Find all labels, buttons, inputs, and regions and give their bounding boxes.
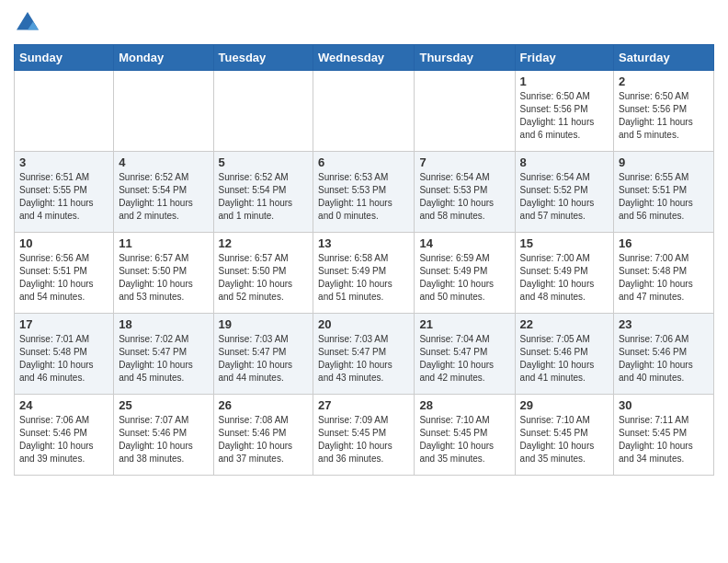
day-number: 8 [520,155,609,169]
day-info: Sunrise: 6:54 AM Sunset: 5:52 PM Dayligh… [520,171,609,223]
calendar-week-row: 10Sunrise: 6:56 AM Sunset: 5:51 PM Dayli… [15,233,714,314]
day-number: 15 [520,236,609,250]
day-info: Sunrise: 6:53 AM Sunset: 5:53 PM Dayligh… [318,171,409,223]
day-number: 21 [419,317,509,331]
day-info: Sunrise: 6:55 AM Sunset: 5:51 PM Dayligh… [619,171,709,223]
calendar-day: 21Sunrise: 7:04 AM Sunset: 5:47 PM Dayli… [415,314,515,395]
calendar-day: 14Sunrise: 6:59 AM Sunset: 5:49 PM Dayli… [415,233,515,314]
day-info: Sunrise: 7:07 AM Sunset: 5:46 PM Dayligh… [119,414,208,465]
day-number: 19 [219,317,309,331]
day-number: 12 [219,236,309,250]
weekday-header-saturday: Saturday [614,45,714,71]
day-info: Sunrise: 7:00 AM Sunset: 5:48 PM Dayligh… [619,252,709,304]
day-info: Sunrise: 6:57 AM Sunset: 5:50 PM Dayligh… [219,252,309,304]
day-number: 2 [619,75,709,88]
page: SundayMondayTuesdayWednesdayThursdayFrid… [0,0,728,489]
day-number: 14 [419,236,509,250]
day-number: 20 [318,317,409,331]
day-info: Sunrise: 7:06 AM Sunset: 5:46 PM Dayligh… [19,414,108,465]
calendar-day: 4Sunrise: 6:52 AM Sunset: 5:54 PM Daylig… [114,152,213,233]
calendar-week-row: 17Sunrise: 7:01 AM Sunset: 5:48 PM Dayli… [15,314,714,395]
calendar-day: 27Sunrise: 7:09 AM Sunset: 5:45 PM Dayli… [313,395,415,476]
calendar-day: 29Sunrise: 7:10 AM Sunset: 5:45 PM Dayli… [515,395,613,476]
day-info: Sunrise: 7:11 AM Sunset: 5:45 PM Dayligh… [619,414,709,465]
day-number: 16 [619,236,709,250]
day-info: Sunrise: 7:10 AM Sunset: 5:45 PM Dayligh… [419,414,509,465]
day-info: Sunrise: 6:58 AM Sunset: 5:49 PM Dayligh… [318,252,409,304]
day-number: 22 [520,317,609,331]
calendar-table: SundayMondayTuesdayWednesdayThursdayFrid… [14,44,714,476]
calendar-day: 30Sunrise: 7:11 AM Sunset: 5:45 PM Dayli… [614,395,714,476]
logo-icon [14,9,41,37]
day-number: 24 [19,398,108,412]
day-number: 13 [318,236,409,250]
day-number: 9 [619,155,709,169]
calendar-day: 13Sunrise: 6:58 AM Sunset: 5:49 PM Dayli… [313,233,415,314]
day-number: 25 [119,398,208,412]
calendar-day: 1Sunrise: 6:50 AM Sunset: 5:56 PM Daylig… [515,71,613,152]
header [14,9,714,37]
weekday-header-wednesday: Wednesday [313,45,415,71]
calendar-week-row: 24Sunrise: 7:06 AM Sunset: 5:46 PM Dayli… [15,395,714,476]
day-info: Sunrise: 7:08 AM Sunset: 5:46 PM Dayligh… [219,414,309,465]
calendar-day [313,71,415,152]
day-number: 4 [119,155,208,169]
day-info: Sunrise: 7:04 AM Sunset: 5:47 PM Dayligh… [419,333,509,385]
day-number: 29 [520,398,609,412]
calendar-day: 16Sunrise: 7:00 AM Sunset: 5:48 PM Dayli… [614,233,714,314]
calendar-day: 10Sunrise: 6:56 AM Sunset: 5:51 PM Dayli… [15,233,114,314]
day-info: Sunrise: 6:54 AM Sunset: 5:53 PM Dayligh… [419,171,509,223]
calendar-day: 11Sunrise: 6:57 AM Sunset: 5:50 PM Dayli… [114,233,213,314]
day-info: Sunrise: 7:09 AM Sunset: 5:45 PM Dayligh… [318,414,409,465]
day-number: 7 [419,155,509,169]
day-info: Sunrise: 6:59 AM Sunset: 5:49 PM Dayligh… [419,252,509,304]
calendar-day: 22Sunrise: 7:05 AM Sunset: 5:46 PM Dayli… [515,314,613,395]
calendar-week-row: 1Sunrise: 6:50 AM Sunset: 5:56 PM Daylig… [15,71,714,152]
calendar-day [415,71,515,152]
weekday-header-tuesday: Tuesday [213,45,313,71]
calendar-day [114,71,213,152]
day-info: Sunrise: 7:03 AM Sunset: 5:47 PM Dayligh… [219,333,309,385]
calendar-day: 7Sunrise: 6:54 AM Sunset: 5:53 PM Daylig… [415,152,515,233]
day-info: Sunrise: 6:57 AM Sunset: 5:50 PM Dayligh… [119,252,208,304]
calendar-day: 8Sunrise: 6:54 AM Sunset: 5:52 PM Daylig… [515,152,613,233]
weekday-header-monday: Monday [114,45,213,71]
day-info: Sunrise: 6:52 AM Sunset: 5:54 PM Dayligh… [219,171,309,223]
calendar-day: 6Sunrise: 6:53 AM Sunset: 5:53 PM Daylig… [313,152,415,233]
logo [14,9,45,37]
day-number: 11 [119,236,208,250]
day-info: Sunrise: 7:02 AM Sunset: 5:47 PM Dayligh… [119,333,208,385]
day-number: 27 [318,398,409,412]
calendar-day [213,71,313,152]
weekday-header-friday: Friday [515,45,613,71]
day-info: Sunrise: 6:52 AM Sunset: 5:54 PM Dayligh… [119,171,208,223]
calendar-day: 25Sunrise: 7:07 AM Sunset: 5:46 PM Dayli… [114,395,213,476]
day-number: 28 [419,398,509,412]
calendar-day: 19Sunrise: 7:03 AM Sunset: 5:47 PM Dayli… [213,314,313,395]
calendar-day: 20Sunrise: 7:03 AM Sunset: 5:47 PM Dayli… [313,314,415,395]
day-info: Sunrise: 6:51 AM Sunset: 5:55 PM Dayligh… [19,171,108,223]
day-info: Sunrise: 7:06 AM Sunset: 5:46 PM Dayligh… [619,333,709,385]
day-info: Sunrise: 6:56 AM Sunset: 5:51 PM Dayligh… [19,252,108,304]
day-info: Sunrise: 7:01 AM Sunset: 5:48 PM Dayligh… [19,333,108,385]
day-info: Sunrise: 7:03 AM Sunset: 5:47 PM Dayligh… [318,333,409,385]
day-info: Sunrise: 7:10 AM Sunset: 5:45 PM Dayligh… [520,414,609,465]
day-number: 5 [219,155,309,169]
weekday-header-thursday: Thursday [415,45,515,71]
calendar-day: 23Sunrise: 7:06 AM Sunset: 5:46 PM Dayli… [614,314,714,395]
day-number: 6 [318,155,409,169]
calendar-day: 26Sunrise: 7:08 AM Sunset: 5:46 PM Dayli… [213,395,313,476]
calendar-day: 5Sunrise: 6:52 AM Sunset: 5:54 PM Daylig… [213,152,313,233]
weekday-header-row: SundayMondayTuesdayWednesdayThursdayFrid… [15,45,714,71]
day-number: 18 [119,317,208,331]
day-info: Sunrise: 6:50 AM Sunset: 5:56 PM Dayligh… [619,90,709,142]
calendar-day: 9Sunrise: 6:55 AM Sunset: 5:51 PM Daylig… [614,152,714,233]
day-info: Sunrise: 6:50 AM Sunset: 5:56 PM Dayligh… [520,90,609,142]
calendar-day: 28Sunrise: 7:10 AM Sunset: 5:45 PM Dayli… [415,395,515,476]
weekday-header-sunday: Sunday [15,45,114,71]
calendar-day: 15Sunrise: 7:00 AM Sunset: 5:49 PM Dayli… [515,233,613,314]
day-number: 10 [19,236,108,250]
calendar-day [15,71,114,152]
calendar-day: 17Sunrise: 7:01 AM Sunset: 5:48 PM Dayli… [15,314,114,395]
calendar-day: 12Sunrise: 6:57 AM Sunset: 5:50 PM Dayli… [213,233,313,314]
